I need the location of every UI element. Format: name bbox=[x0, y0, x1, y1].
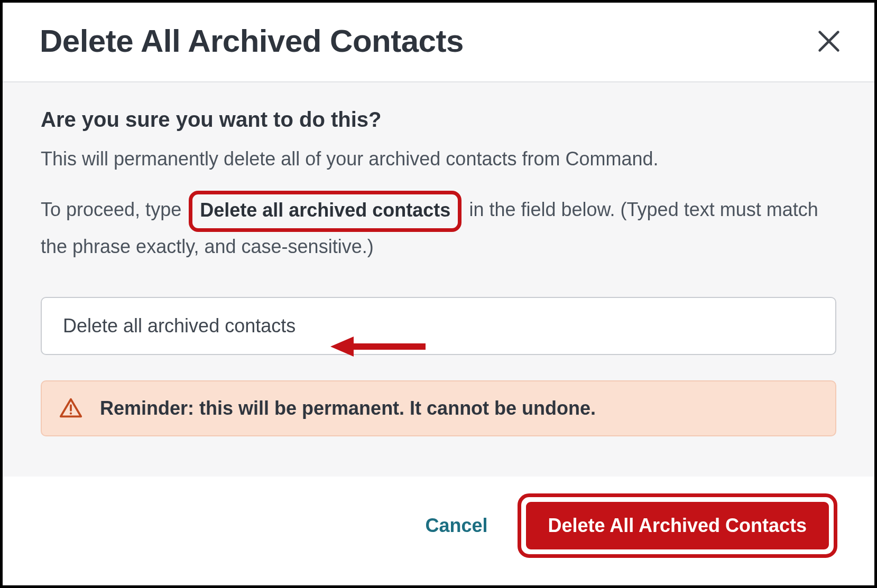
confirmation-input[interactable] bbox=[41, 297, 836, 355]
type-to-confirm-instruction: To proceed, type Delete all archived con… bbox=[41, 191, 836, 262]
modal-title: Delete All Archived Contacts bbox=[40, 23, 464, 59]
required-phrase-highlight: Delete all archived contacts bbox=[189, 191, 461, 232]
instruction-pre: To proceed, type bbox=[41, 199, 187, 220]
close-button[interactable] bbox=[815, 27, 843, 55]
body-heading: Are you sure you want to do this? bbox=[41, 108, 836, 132]
modal-header: Delete All Archived Contacts bbox=[3, 3, 874, 81]
confirm-button-highlight: Delete All Archived Contacts bbox=[518, 493, 837, 558]
delete-archived-contacts-modal: Delete All Archived Contacts Are you sur… bbox=[0, 0, 877, 588]
svg-point-5 bbox=[70, 413, 72, 415]
confirm-delete-button[interactable]: Delete All Archived Contacts bbox=[524, 500, 830, 551]
cancel-button[interactable]: Cancel bbox=[425, 515, 487, 537]
warning-triangle-icon bbox=[59, 396, 83, 421]
body-warning-text: This will permanently delete all of your… bbox=[41, 144, 836, 174]
modal-body: Are you sure you want to do this? This w… bbox=[3, 82, 874, 477]
warning-text: Reminder: this will be permanent. It can… bbox=[100, 397, 596, 419]
close-icon bbox=[815, 27, 843, 55]
modal-footer: Cancel Delete All Archived Contacts bbox=[3, 477, 874, 585]
permanent-warning-banner: Reminder: this will be permanent. It can… bbox=[41, 380, 836, 436]
